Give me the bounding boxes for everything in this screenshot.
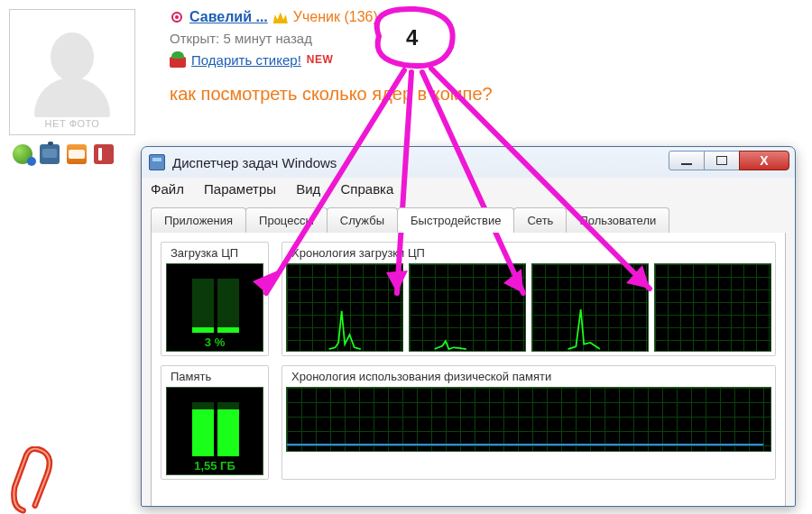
tab-applications[interactable]: Приложения (151, 207, 246, 233)
tab-services[interactable]: Службы (327, 207, 398, 233)
report-icon[interactable] (94, 144, 114, 164)
memory-history-label: Хронология использования физической памя… (286, 370, 771, 387)
memory-history-group: Хронология использования физической памя… (281, 365, 776, 480)
rank-label: Ученик (136) (293, 9, 378, 25)
photos-icon[interactable] (40, 144, 60, 164)
flower-icon (170, 10, 184, 24)
menu-view[interactable]: Вид (296, 181, 320, 197)
performance-panel: Загрузка ЦП 3 % Хронология загрузки ЦП (151, 233, 786, 507)
question-title: как посмотреть сколько ядер в компе? (170, 84, 812, 105)
tab-performance[interactable]: Быстродействие (397, 207, 514, 233)
tab-bar: Приложения Процессы Службы Быстродействи… (142, 202, 795, 233)
memory-gauge: 1,55 ГБ (166, 387, 263, 475)
memory-label: Память (165, 370, 264, 387)
avatar: НЕТ ФОТО (9, 9, 135, 135)
opened-time: Открыт: 5 минут назад (170, 31, 812, 46)
username-link[interactable]: Савелий ... (189, 9, 268, 25)
cpu-usage-group: Загрузка ЦП 3 % (161, 242, 269, 356)
menu-file[interactable]: Файл (151, 181, 184, 197)
no-photo-label: НЕТ ФОТО (10, 118, 134, 129)
tab-users[interactable]: Пользователи (566, 207, 669, 233)
cpu-history-label: Хронология загрузки ЦП (286, 246, 771, 263)
gift-icon (170, 51, 186, 68)
tab-processes[interactable]: Процессы (245, 207, 328, 233)
cpu-usage-value: 3 % (167, 335, 263, 349)
crown-icon (273, 11, 288, 23)
cpu-history-group: Хронология загрузки ЦП (281, 242, 776, 356)
cpu-core-graph-2 (409, 263, 526, 352)
cpu-core-graph-3 (531, 263, 649, 352)
message-icon[interactable] (67, 144, 87, 164)
menu-help[interactable]: Справка (341, 181, 394, 197)
new-badge: NEW (307, 53, 334, 66)
titlebar[interactable]: Диспетчер задач Windows X (142, 147, 795, 178)
window-title: Диспетчер задач Windows (172, 155, 337, 170)
cpu-usage-label: Загрузка ЦП (165, 246, 264, 263)
memory-group: Память 1,55 ГБ (161, 365, 269, 480)
menubar: Файл Параметры Вид Справка (142, 178, 795, 202)
cpu-core-graph-4 (654, 263, 771, 352)
maximize-button[interactable] (704, 151, 740, 170)
minimize-button[interactable] (669, 151, 705, 170)
gift-sticker-link[interactable]: Подарить стикер! (191, 52, 301, 68)
cpu-gauge: 3 % (166, 263, 263, 352)
paperclip-icon (5, 446, 58, 514)
avatar-silhouette (27, 27, 117, 117)
menu-options[interactable]: Параметры (204, 181, 276, 197)
close-button[interactable]: X (739, 151, 789, 170)
add-friend-icon[interactable] (13, 144, 32, 164)
cpu-core-graph-1 (286, 263, 403, 352)
profile-action-bar (9, 144, 153, 164)
app-icon (149, 154, 165, 170)
task-manager-window: Диспетчер задач Windows X Файл Параметры… (141, 146, 796, 507)
memory-value: 1,55 ГБ (167, 459, 263, 473)
tab-network[interactable]: Сеть (513, 207, 567, 233)
memory-history-graph (286, 387, 771, 452)
